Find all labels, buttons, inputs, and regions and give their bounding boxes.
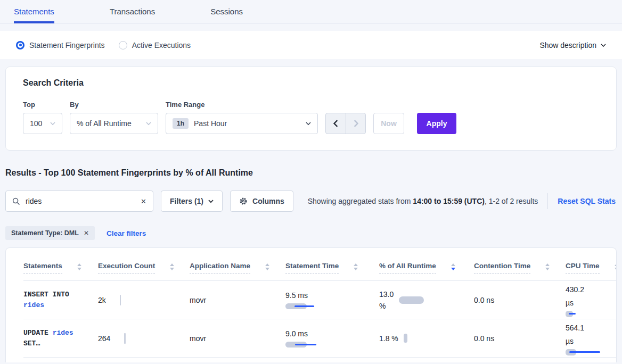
by-select-value: % of All Runtime: [77, 119, 141, 128]
chevron-right-icon: [353, 120, 359, 127]
tab-transactions[interactable]: Transactions: [110, 0, 155, 23]
search-icon: [12, 197, 20, 205]
table-row[interactable]: INSERT INTO rides 2k movr 9.5 ms 13.0% 0…: [23, 281, 616, 319]
contention-time-cell: 0.0 ns: [474, 296, 566, 304]
contention-time-cell: 0.0 ns: [474, 334, 566, 343]
application-name-cell: movr: [190, 334, 285, 343]
clear-search-icon[interactable]: ✕: [141, 197, 146, 205]
results-status-text: Showing aggregated stats from 14:00 to 1…: [308, 197, 538, 205]
radio-statement-fingerprints-label: Statement Fingerprints: [29, 41, 105, 49]
apply-button[interactable]: Apply: [417, 113, 456, 134]
radio-unselected-icon: [119, 41, 127, 49]
statement-fingerprint[interactable]: INSERT INTO rides: [23, 289, 98, 311]
statement-time-bar: [285, 303, 307, 309]
status-time-range: 14:00 to 15:59 (UTC): [413, 197, 485, 205]
filter-chip-label: Statement Type: DML: [11, 229, 79, 237]
time-range-badge: 1h: [173, 118, 189, 129]
column-header-contention-time[interactable]: Contention Time: [474, 262, 566, 274]
column-header-application-name[interactable]: Application Name: [190, 262, 285, 274]
search-criteria-title: Search Criteria: [23, 78, 599, 88]
filters-button[interactable]: Filters (1): [161, 191, 223, 212]
filters-button-label: Filters (1): [170, 197, 203, 205]
chevron-down-icon: [50, 121, 55, 126]
by-field: By % of All Runtime: [70, 101, 158, 134]
by-select[interactable]: % of All Runtime: [70, 113, 158, 134]
top-label: Top: [23, 101, 62, 109]
radio-selected-icon: [16, 41, 24, 49]
sort-icon[interactable]: [615, 263, 617, 270]
results-heading: Results - Top 100 Statement Fingerprints…: [5, 168, 617, 178]
top-select-value: 100: [30, 119, 45, 128]
execution-count-bar: [120, 295, 121, 305]
column-header-statements[interactable]: Statements: [23, 262, 98, 274]
tab-statements[interactable]: Statements: [14, 0, 54, 23]
columns-button[interactable]: Columns: [230, 191, 293, 212]
table-header-row: Statements Execution Count Application N…: [23, 248, 616, 281]
next-time-button[interactable]: [346, 113, 365, 134]
column-header-pct-runtime[interactable]: % of All Runtime: [379, 262, 474, 274]
chevron-down-icon: [146, 121, 151, 126]
statements-table: Statements Execution Count Application N…: [5, 247, 617, 362]
time-range-field: Time Range 1h Past Hour: [166, 101, 318, 134]
statement-fingerprint[interactable]: UPDATE rides SET…: [23, 328, 98, 349]
sort-icon[interactable]: [545, 263, 550, 270]
pct-runtime-bar: [399, 296, 424, 304]
now-button[interactable]: Now: [373, 113, 404, 134]
gear-icon: [239, 197, 248, 205]
cpu-time-cell: 564.1µs: [566, 321, 616, 355]
filter-chip-row: Statement Type: DML ✕ Clear filters: [5, 226, 617, 240]
top-field: Top 100: [23, 101, 62, 134]
chevron-down-icon: [601, 43, 606, 48]
top-select[interactable]: 100: [23, 113, 62, 134]
cpu-time-cell: 430.2µs: [566, 283, 616, 317]
pct-runtime-cell: 1.8 %: [379, 333, 474, 344]
chevron-down-icon: [306, 121, 311, 126]
columns-button-label: Columns: [252, 197, 284, 205]
statement-time-bar: [285, 342, 307, 348]
sort-icon[interactable]: [265, 263, 269, 270]
column-header-statement-time[interactable]: Statement Time: [285, 262, 379, 274]
time-range-select[interactable]: 1h Past Hour: [166, 113, 318, 134]
sort-icon[interactable]: [170, 263, 174, 270]
cpu-time-bar: [566, 311, 573, 317]
reset-sql-stats-link[interactable]: Reset SQL Stats: [558, 197, 616, 205]
time-step-group: [325, 113, 366, 134]
toolbar-divider: [547, 193, 548, 209]
statement-link[interactable]: rides: [53, 329, 73, 337]
show-description-label: Show description: [539, 41, 596, 49]
remove-filter-icon[interactable]: ✕: [84, 229, 89, 237]
pct-runtime-bar: [404, 334, 407, 343]
chevron-down-icon: [208, 198, 214, 204]
table-row[interactable]: UPDATE rides SET… 264 movr 9.0 ms 1.8 % …: [23, 319, 616, 358]
time-range-value: Past Hour: [194, 119, 300, 128]
application-name-cell: movr: [190, 296, 285, 304]
sort-icon-active-desc[interactable]: [451, 263, 455, 270]
radio-active-executions[interactable]: Active Executions: [119, 41, 191, 49]
execution-count-cell: 2k: [98, 295, 190, 305]
column-header-cpu-time[interactable]: CPU Time: [566, 262, 617, 274]
tab-sessions[interactable]: Sessions: [210, 0, 243, 23]
cpu-time-bar: [566, 349, 576, 355]
statement-time-cell: 9.5 ms: [285, 291, 379, 309]
show-description-toggle[interactable]: Show description: [539, 41, 606, 49]
statement-time-cell: 9.0 ms: [285, 329, 379, 348]
view-toggle-band: Statement Fingerprints Active Executions…: [0, 31, 622, 59]
filter-chip-statement-type[interactable]: Statement Type: DML ✕: [5, 226, 95, 240]
top-tab-bar: Statements Transactions Sessions: [0, 0, 622, 23]
results-toolbar: ✕ Filters (1) Columns Showing aggregated…: [5, 191, 617, 212]
by-label: By: [70, 101, 158, 109]
column-header-execution-count[interactable]: Execution Count: [98, 262, 190, 274]
statement-search-box[interactable]: ✕: [5, 191, 153, 212]
statement-link[interactable]: rides: [23, 301, 44, 309]
pct-runtime-cell: 13.0%: [379, 288, 474, 312]
chevron-left-icon: [333, 120, 339, 127]
clear-filters-link[interactable]: Clear filters: [107, 229, 146, 237]
time-range-label: Time Range: [166, 101, 318, 109]
previous-time-button[interactable]: [326, 113, 346, 134]
sort-icon[interactable]: [77, 263, 81, 270]
execution-count-bar: [124, 333, 126, 344]
sort-icon[interactable]: [354, 263, 358, 270]
search-input[interactable]: [26, 197, 135, 205]
radio-statement-fingerprints[interactable]: Statement Fingerprints: [16, 41, 105, 49]
search-criteria-card: Search Criteria Top 100 By % of All Runt…: [5, 67, 617, 151]
